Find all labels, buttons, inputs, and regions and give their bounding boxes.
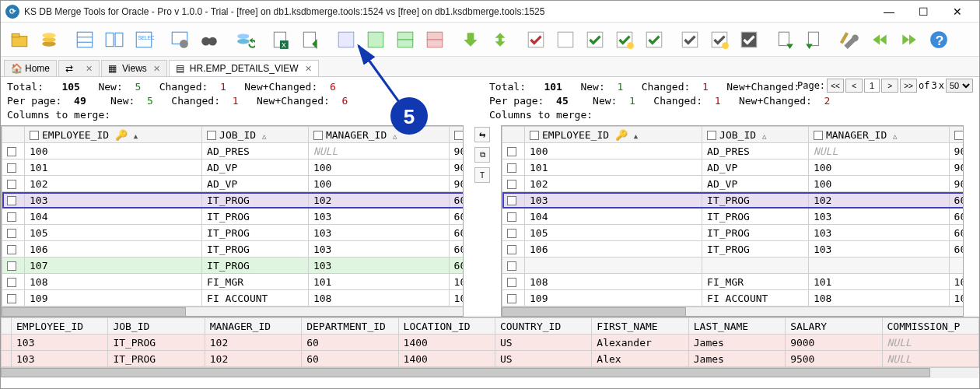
open-icon[interactable] [5, 26, 33, 54]
scrollbar-h[interactable] [2, 307, 463, 317]
row-checkbox[interactable] [7, 245, 16, 254]
cell[interactable]: 109 [525, 290, 702, 307]
export-doc-icon[interactable] [296, 26, 324, 54]
col-header[interactable]: DEPARTMENT_ID △ [449, 127, 464, 143]
col-header[interactable]: EMPLOYEE_ID 🔑 ▲ [25, 127, 202, 143]
row-checkbox[interactable] [507, 180, 516, 189]
cell[interactable]: 60 [949, 225, 964, 241]
cell[interactable]: 100 [308, 159, 449, 176]
cell[interactable]: 101 [525, 159, 702, 176]
cell[interactable]: 101 [808, 274, 949, 290]
cell[interactable]: 103 [308, 258, 449, 274]
cell[interactable]: IT_PROG [202, 241, 309, 258]
table-row[interactable]: 109FI ACCOUNT1081001700 [502, 290, 964, 307]
cell[interactable]: FI_MGR [702, 274, 809, 290]
cell[interactable]: 108 [808, 290, 949, 307]
cell[interactable]: 103 [308, 225, 449, 241]
row-checkbox[interactable] [7, 212, 16, 222]
uncheck-icon[interactable] [551, 26, 579, 54]
tab-views[interactable]: ▦ Views ✕ [101, 60, 167, 76]
grid-1-icon[interactable] [71, 26, 99, 54]
table-row[interactable]: 100AD_PRESNULL901700 [2, 143, 464, 159]
row-checkbox[interactable] [7, 180, 16, 189]
cell[interactable]: 105 [25, 225, 202, 241]
cell[interactable]: 103 [308, 209, 449, 225]
cell[interactable]: 103 [808, 225, 949, 241]
col-header[interactable]: EMPLOYEE_ID 🔑 ▲ [525, 127, 702, 143]
merge-cell[interactable]: 103 [12, 335, 108, 351]
cell[interactable]: 106 [525, 241, 702, 258]
cell[interactable] [525, 258, 702, 274]
cell[interactable]: 101 [25, 159, 202, 176]
table-row[interactable]: 101AD_VP100901700 [502, 159, 964, 176]
merge-col-header[interactable]: FIRST_NAME [592, 318, 688, 335]
row-checkbox[interactable] [507, 245, 516, 254]
page-size-select[interactable]: 50 [946, 79, 973, 93]
cell[interactable]: IT_PROG [702, 192, 809, 209]
cell[interactable]: 102 [808, 192, 949, 209]
col-header[interactable]: DEPARTMENT_ID △ [949, 127, 964, 143]
merge-col-header[interactable]: DEPARTMENT_ID [302, 318, 398, 335]
row-checkbox[interactable] [507, 163, 516, 173]
merge-cell[interactable]: Alex [592, 351, 688, 367]
export-excel-icon[interactable]: X [267, 26, 295, 54]
row-checkbox[interactable] [7, 147, 16, 156]
row-checkbox[interactable] [7, 278, 16, 287]
cell[interactable]: 60 [949, 209, 964, 225]
merge-cell[interactable]: NULL [882, 351, 978, 367]
check-dark-1-icon[interactable] [676, 26, 704, 54]
binoculars-icon[interactable] [195, 26, 223, 54]
cell[interactable]: AD_PRES [202, 143, 309, 159]
arrows-left-icon[interactable] [866, 26, 894, 54]
save-icon[interactable] [35, 26, 63, 54]
check-green-3-icon[interactable] [640, 26, 668, 54]
cell[interactable]: 108 [525, 274, 702, 290]
merge-cell[interactable]: James [688, 351, 785, 367]
cell[interactable]: 102 [308, 192, 449, 209]
cell[interactable]: 100 [308, 176, 449, 192]
table-row[interactable] [502, 258, 964, 274]
pager-prev-button[interactable]: < [845, 79, 863, 93]
merge-col-header[interactable]: JOB_ID [108, 318, 205, 335]
merge-cell[interactable]: James [688, 335, 785, 351]
table-row[interactable]: 105IT_PROG103601400 [2, 225, 464, 241]
cell[interactable]: AD_VP [702, 176, 809, 192]
tab-emp-details[interactable]: ▤ HR.EMP_DETAILS_VIEW ✕ [169, 60, 319, 76]
row-checkbox[interactable] [507, 278, 516, 287]
merge-cell[interactable]: 102 [205, 351, 301, 367]
merge-col-header[interactable]: MANAGER_ID [205, 318, 301, 335]
cell[interactable]: 60 [449, 258, 464, 274]
table-row[interactable]: 102AD_VP100901700 [502, 176, 964, 192]
col-checkbox[interactable] [313, 131, 323, 140]
merge-cell[interactable]: 1400 [398, 335, 495, 351]
merge-cell[interactable]: 1400 [398, 351, 495, 367]
merge-cell[interactable]: Alexander [592, 335, 688, 351]
cell[interactable]: 60 [449, 209, 464, 225]
scrollbar-h[interactable] [1, 367, 979, 378]
check-green-2-icon[interactable] [611, 26, 639, 54]
sync-down-icon[interactable] [457, 26, 485, 54]
sync-up-icon[interactable] [486, 26, 514, 54]
col-checkbox[interactable] [954, 131, 964, 140]
col-header[interactable]: JOB_ID △ [702, 127, 809, 143]
tools-icon[interactable] [836, 26, 864, 54]
merge-col-header[interactable]: LOCATION_ID [398, 318, 495, 335]
tab-compare[interactable]: ⇄ ✕ [58, 60, 100, 76]
col-checkbox[interactable] [814, 131, 823, 140]
arrows-right-icon[interactable] [895, 26, 923, 54]
cell[interactable]: 100 [525, 143, 702, 159]
help-icon[interactable]: ? [925, 26, 953, 54]
cell[interactable]: 104 [25, 209, 202, 225]
doc-prev-icon[interactable] [800, 26, 828, 54]
tab-home[interactable]: 🏠 Home [4, 60, 57, 76]
cell[interactable] [702, 258, 809, 274]
merge-grid[interactable]: EMPLOYEE_IDJOB_IDMANAGER_IDDEPARTMENT_ID… [1, 317, 979, 378]
merge-col-header[interactable]: SALARY [786, 318, 882, 335]
cell[interactable]: 90 [949, 159, 964, 176]
merge-row[interactable]: 103IT_PROG102601400USAlexJames9500NULL [2, 351, 979, 367]
cell[interactable]: 60 [449, 225, 464, 241]
cell[interactable]: IT_PROG [702, 225, 809, 241]
cell[interactable]: FI ACCOUNT [202, 290, 309, 307]
grid-right[interactable]: EMPLOYEE_ID 🔑 ▲JOB_ID △MANAGER_ID △DEPAR… [501, 125, 964, 317]
col-header[interactable]: MANAGER_ID △ [308, 127, 449, 143]
